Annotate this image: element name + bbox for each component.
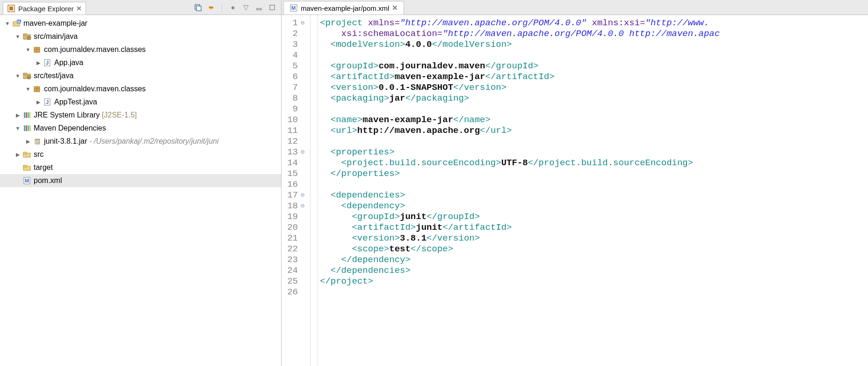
line-number[interactable]: 8 bbox=[282, 93, 308, 104]
code-line[interactable]: <project xmlns="http://maven.apache.org/… bbox=[320, 18, 868, 29]
code-line[interactable] bbox=[320, 179, 868, 190]
code-line[interactable]: <scope>test</scope> bbox=[320, 244, 868, 255]
code-line[interactable]: <version>3.8.1</version> bbox=[320, 233, 868, 244]
code-line[interactable]: xsi:schemaLocation="http://maven.apache.… bbox=[320, 29, 868, 39]
fold-collapse-icon[interactable]: ⊖ bbox=[300, 18, 305, 29]
line-number[interactable]: 5 bbox=[282, 61, 308, 72]
focus-task-icon[interactable]: ● bbox=[229, 3, 237, 12]
code-line[interactable]: <version>0.0.1-SNAPSHOT</version> bbox=[320, 82, 868, 93]
code-line[interactable]: <name>maven-example-jar</name> bbox=[320, 115, 868, 125]
line-number[interactable]: 6 bbox=[282, 72, 308, 82]
maximize-icon[interactable] bbox=[268, 3, 276, 12]
chevron-down-icon[interactable]: ▼ bbox=[14, 124, 22, 132]
line-number[interactable]: 25 bbox=[282, 276, 308, 287]
line-number[interactable]: 17⊖ bbox=[282, 190, 308, 201]
code-line[interactable]: <project.build.sourceEncoding>UTF-8</pro… bbox=[320, 158, 868, 168]
svg-rect-29 bbox=[24, 112, 25, 118]
editor-tab-pom[interactable]: M maven-example-jar/pom.xml ✕ bbox=[283, 1, 404, 15]
fold-collapse-icon[interactable]: ⊖ bbox=[300, 190, 305, 201]
close-icon[interactable]: ✕ bbox=[392, 4, 398, 12]
code-line[interactable]: <properties> bbox=[320, 147, 868, 158]
line-number[interactable]: 14 bbox=[282, 158, 308, 168]
tree-item[interactable]: ▶src bbox=[0, 148, 281, 161]
line-number[interactable]: 23 bbox=[282, 255, 308, 265]
folding-ruler[interactable] bbox=[311, 15, 318, 366]
tree-item[interactable]: ▶JAppTest.java bbox=[0, 95, 281, 109]
tree-item[interactable]: ▼src/main/java bbox=[0, 30, 281, 43]
package-explorer-tab[interactable]: Package Explorer ✕ bbox=[3, 2, 86, 15]
chevron-down-icon[interactable]: ▼ bbox=[24, 85, 32, 93]
close-icon[interactable]: ✕ bbox=[76, 5, 82, 12]
line-number[interactable]: 2 bbox=[282, 29, 308, 39]
line-number[interactable]: 3 bbox=[282, 39, 308, 50]
svg-rect-31 bbox=[28, 112, 29, 118]
code-line[interactable]: </properties> bbox=[320, 168, 868, 179]
chevron-right-icon[interactable]: ▶ bbox=[24, 138, 32, 145]
line-number[interactable]: 12 bbox=[282, 136, 308, 147]
code-line[interactable]: </dependencies> bbox=[320, 265, 868, 276]
line-number[interactable]: 19 bbox=[282, 212, 308, 222]
library-icon bbox=[22, 124, 32, 132]
tree-item[interactable]: ▶JApp.java bbox=[0, 56, 281, 69]
chevron-right-icon[interactable]: ▶ bbox=[14, 111, 22, 119]
code-line[interactable]: <url>http://maven.apache.org</url> bbox=[320, 125, 868, 136]
view-menu-icon[interactable]: ▽ bbox=[242, 3, 250, 12]
tree-item[interactable]: Mpom.xml bbox=[0, 174, 281, 187]
chevron-down-icon[interactable]: ▼ bbox=[4, 20, 11, 27]
minimize-icon[interactable] bbox=[255, 3, 263, 12]
code-line[interactable] bbox=[320, 136, 868, 147]
line-number[interactable]: 11 bbox=[282, 125, 308, 136]
fold-collapse-icon[interactable]: ⊖ bbox=[300, 201, 305, 212]
code-line[interactable] bbox=[320, 50, 868, 61]
code-line[interactable]: <dependencies> bbox=[320, 190, 868, 201]
chevron-right-icon[interactable]: ▶ bbox=[35, 98, 42, 106]
line-number[interactable]: 16 bbox=[282, 179, 308, 190]
tree-item[interactable]: target bbox=[0, 161, 281, 174]
tree-item[interactable]: ▼com.journaldev.maven.classes bbox=[0, 82, 281, 95]
code-line[interactable] bbox=[320, 104, 868, 115]
chevron-down-icon[interactable]: ▼ bbox=[24, 46, 32, 53]
code-line[interactable]: <packaging>jar</packaging> bbox=[320, 93, 868, 104]
line-number[interactable]: 21 bbox=[282, 233, 308, 244]
chevron-right-icon[interactable]: ▶ bbox=[35, 59, 42, 66]
code-line[interactable]: <groupId>com.journaldev.maven</groupId> bbox=[320, 61, 868, 72]
line-number[interactable]: 4 bbox=[282, 50, 308, 61]
line-number[interactable]: 10 bbox=[282, 115, 308, 125]
line-number[interactable]: 13⊖ bbox=[282, 147, 308, 158]
tree-item[interactable]: ▼Maven Dependencies bbox=[0, 122, 281, 135]
code-line[interactable]: <artifactId>maven-example-jar</artifactI… bbox=[320, 72, 868, 82]
line-number[interactable]: 24 bbox=[282, 265, 308, 276]
fold-collapse-icon[interactable]: ⊖ bbox=[300, 147, 305, 158]
chevron-down-icon[interactable]: ▼ bbox=[14, 72, 22, 80]
line-number-gutter[interactable]: 1⊖2345678910111213⊖14151617⊖18⊖192021222… bbox=[282, 15, 311, 366]
collapse-all-icon[interactable] bbox=[194, 3, 202, 12]
chevron-down-icon[interactable]: ▼ bbox=[14, 33, 22, 40]
tree-item[interactable]: ▼com.journaldev.maven.classes bbox=[0, 43, 281, 56]
tree-item-label: src/test/java bbox=[34, 72, 73, 80]
tree-item[interactable]: ▶JRE System Library [J2SE-1.5] bbox=[0, 109, 281, 122]
link-with-editor-icon[interactable] bbox=[207, 3, 215, 12]
tree-item[interactable]: ▶010junit-3.8.1.jar - /Users/pankaj/.m2/… bbox=[0, 135, 281, 148]
line-number[interactable]: 1⊖ bbox=[282, 18, 308, 29]
chevron-right-icon[interactable]: ▶ bbox=[14, 151, 22, 158]
editor-area: M maven-example-jar/pom.xml ✕ 1⊖23456789… bbox=[282, 0, 868, 366]
line-number[interactable]: 15 bbox=[282, 168, 308, 179]
tree-item[interactable]: ▼MJmaven-example-jar bbox=[0, 17, 281, 30]
code-line[interactable]: <groupId>junit</groupId> bbox=[320, 212, 868, 222]
project-tree[interactable]: ▼MJmaven-example-jar▼src/main/java▼com.j… bbox=[0, 15, 281, 366]
line-number[interactable]: 7 bbox=[282, 82, 308, 93]
line-number[interactable]: 26 bbox=[282, 287, 308, 298]
code-line[interactable]: </dependency> bbox=[320, 255, 868, 265]
line-number[interactable]: 9 bbox=[282, 104, 308, 115]
line-number[interactable]: 18⊖ bbox=[282, 201, 308, 212]
line-number[interactable]: 22 bbox=[282, 244, 308, 255]
code-line[interactable]: </project> bbox=[320, 276, 868, 287]
code-line[interactable]: <dependency> bbox=[320, 201, 868, 212]
code-line[interactable] bbox=[320, 287, 868, 298]
code-line[interactable]: <artifactId>junit</artifactId> bbox=[320, 222, 868, 233]
code-text-area[interactable]: <project xmlns="http://maven.apache.org/… bbox=[318, 15, 868, 366]
line-number[interactable]: 20 bbox=[282, 222, 308, 233]
tree-item[interactable]: ▼src/test/java bbox=[0, 69, 281, 82]
svg-rect-34 bbox=[26, 125, 27, 131]
code-line[interactable]: <modelVersion>4.0.0</modelVersion> bbox=[320, 39, 868, 50]
